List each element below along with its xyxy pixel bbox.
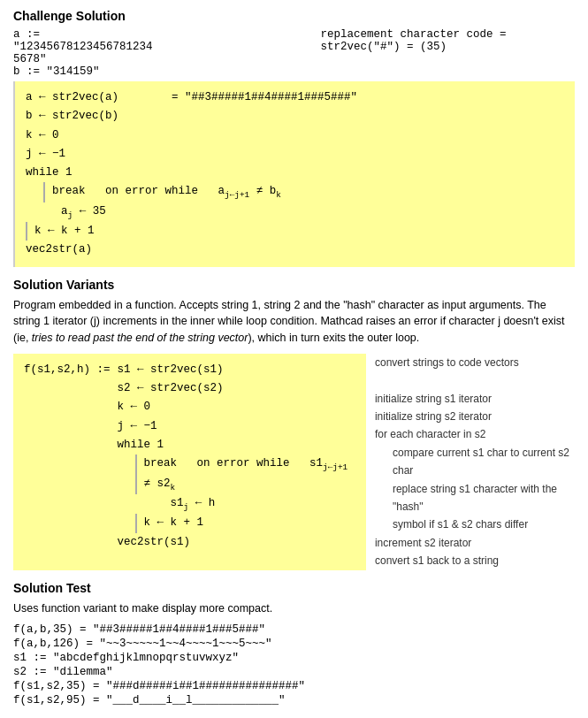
replacement-note: replacement character code = str2vec("#"… [321, 28, 575, 53]
code-line-while: while 1 [26, 164, 564, 182]
code-line-b: b ← str2vec(b) [26, 107, 564, 126]
test-section: Solution Test Uses function variant to m… [13, 581, 575, 707]
test-line-0: f(a,b,35) = "##3#####1##4####1###5###" [13, 623, 575, 636]
challenge-code-box: a ← str2vec(a) = "##3#####1##4####1###5#… [13, 81, 575, 267]
test-line-5: f(s1,s2,95) = "___d____i__l_____________… [13, 694, 575, 707]
test-line-2: s1 := "abcdefghijklmnopqrstuvwxyz" [13, 652, 575, 664]
test-lines: f(a,b,35) = "##3#####1##4####1###5###" f… [13, 623, 575, 707]
func-vec2str: vec2str(s1) [118, 533, 355, 552]
test-line-3: s2 := "dilemma" [13, 666, 575, 678]
func-line-j: j ← −1 [118, 417, 355, 436]
code-line-a: a ← str2vec(a) = "##3#####1##4####1###5#… [26, 88, 564, 107]
variants-comments: convert strings to code vectors initiali… [375, 354, 575, 570]
comment-convert-back: convert s1 back to a string [375, 552, 575, 569]
func-line-k0: k ← 0 [118, 398, 355, 416]
comment-replace: replace string s1 character with the "ha… [393, 480, 575, 516]
func-s1j: s1j ← h [171, 494, 355, 514]
comment-compare: compare current s1 char to current s2 ch… [393, 444, 575, 480]
code-line-j: j ← −1 [26, 145, 564, 164]
code-bar-outer: break on error while aj←j+1 ≠ bk [43, 182, 281, 202]
comment-for-each: for each character in s2 [375, 425, 575, 443]
code-line-kinc: k ← k + 1 [26, 222, 564, 241]
challenge-section: Challenge Solution a := "123456781234567… [13, 9, 575, 267]
test-line-1: f(a,b,126) = "~~3~~~~~1~~4~~~~1~~~5~~~" [13, 638, 575, 650]
test-line-4: f(s1,s2,35) = "###d#####i##1############… [13, 680, 575, 692]
func-def-line: f(s1,s2,h) := s1 ← str2vec(s1) s2 ← str2… [24, 361, 355, 552]
var-a-assign: a := "12345678123456781234​5678" [13, 28, 153, 65]
code-line-aj: aj ← 35 [61, 202, 564, 222]
test-desc: Uses function variant to make display mo… [13, 600, 575, 617]
code-line-k0: k ← 0 [26, 126, 564, 145]
variants-desc: Program embedded in a function. Accepts … [13, 297, 575, 347]
code-line-break: break on error while aj←j+1 ≠ bk [43, 182, 564, 202]
code-line-vec2str: vec2str(a) [26, 241, 564, 259]
variants-two-col: f(s1,s2,h) := s1 ← str2vec(s1) s2 ← str2… [13, 354, 575, 570]
comment-differ: symbol if s1 & s2 chars differ [393, 516, 575, 533]
comment-empty1 [375, 371, 575, 389]
test-title: Solution Test [13, 581, 575, 595]
func-line-s2: s2 ← str2vec(s2) [118, 379, 355, 398]
comment-increment: increment s2 iterator [375, 534, 575, 552]
func-kinc: k ← k + 1 [135, 514, 355, 532]
func-line-s1: s1 ← str2vec(s1) [118, 361, 355, 379]
func-line-while: while 1 [118, 436, 355, 454]
func-break-outer: break on error while s1j←j+1 ≠ s2k [135, 454, 355, 494]
var-b-assign: b := "314159" [13, 65, 153, 78]
comment-init-s2: initialize string s2 iterator [375, 408, 575, 425]
comment-convert: convert strings to code vectors [375, 354, 575, 371]
comment-init-s1: initialize string s1 iterator [375, 390, 575, 408]
variants-title: Solution Variants [13, 278, 575, 292]
variants-section: Solution Variants Program embedded in a … [13, 278, 575, 570]
challenge-title: Challenge Solution [13, 9, 575, 23]
variants-code-box: f(s1,s2,h) := s1 ← str2vec(s1) s2 ← str2… [13, 354, 366, 570]
